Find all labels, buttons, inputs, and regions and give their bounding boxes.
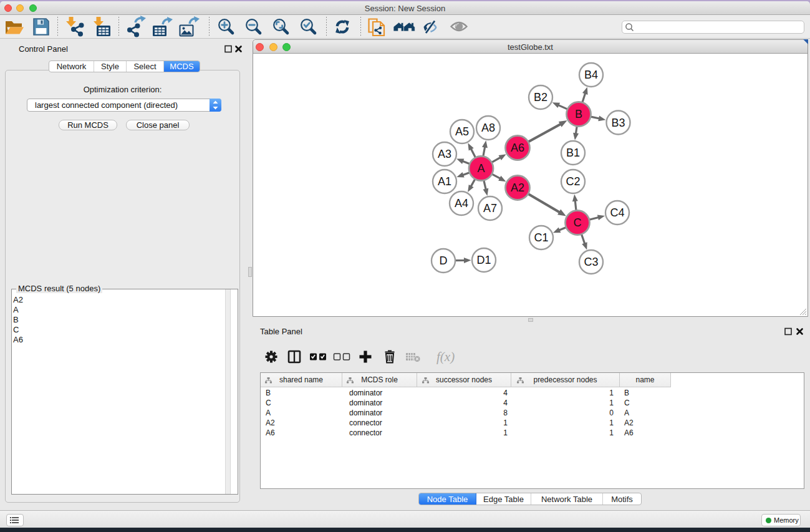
svg-text:D: D	[440, 254, 448, 267]
svg-text:B1: B1	[566, 147, 580, 159]
svg-text:C4: C4	[610, 206, 624, 219]
svg-text:A3: A3	[438, 148, 451, 160]
svg-text:f(x): f(x)	[436, 349, 455, 364]
svg-text:C: C	[574, 216, 582, 229]
svg-text:A: A	[477, 162, 485, 175]
svg-text:B4: B4	[584, 69, 598, 81]
svg-text:A4: A4	[455, 197, 468, 210]
svg-text:C2: C2	[566, 175, 580, 188]
svg-text:A8: A8	[481, 122, 495, 134]
svg-text:A5: A5	[455, 125, 469, 138]
svg-text:A6: A6	[511, 142, 524, 154]
svg-text:A1: A1	[438, 175, 451, 188]
svg-text:A7: A7	[483, 202, 497, 215]
svg-text:B2: B2	[534, 91, 547, 104]
svg-text:C3: C3	[584, 256, 598, 268]
svg-text:D1: D1	[476, 254, 491, 266]
svg-text:B3: B3	[611, 117, 625, 129]
svg-text:B: B	[575, 108, 582, 120]
svg-text:A2: A2	[511, 181, 524, 194]
svg-text:C1: C1	[534, 231, 548, 244]
